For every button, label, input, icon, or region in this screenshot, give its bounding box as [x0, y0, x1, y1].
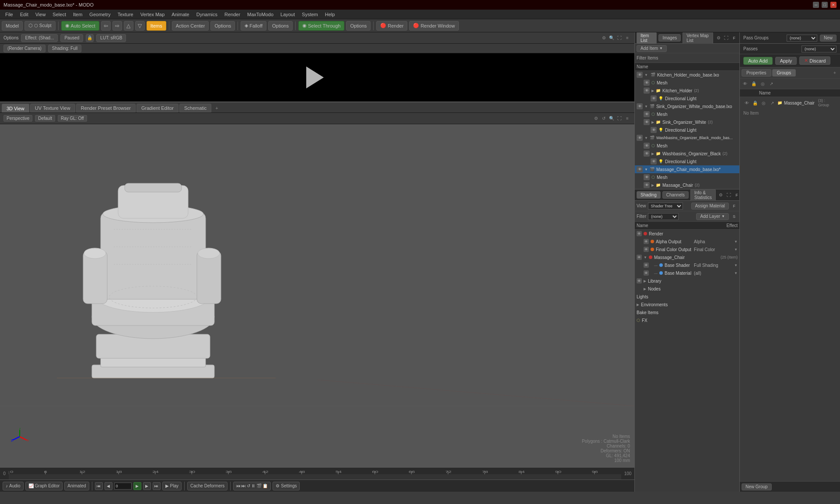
visibility-icon[interactable]: 👁 [644, 247, 649, 252]
visibility-icon[interactable]: 👁 [644, 239, 649, 244]
tab-images[interactable]: Images [658, 34, 681, 42]
new-group-create-btn[interactable]: New Group [742, 483, 772, 490]
item-massage-group[interactable]: 👁 ▶ 📁 Massage_Chair (2) [642, 181, 739, 189]
shader-row-environments[interactable]: ▶ Environments [635, 301, 739, 308]
shader-row-library[interactable]: 👁 ▶ Library [635, 277, 739, 285]
tab-shading[interactable]: Shading [637, 191, 661, 199]
options2-btn[interactable]: Options [268, 21, 293, 31]
play-btn[interactable]: ▶ Play [162, 482, 182, 490]
menu-geometry[interactable]: Geometry [86, 11, 114, 18]
item-massage-mesh[interactable]: 👁 ⬡ Mesh [642, 173, 739, 181]
item-kitchen-light[interactable]: 👁 💡 Directional Light [649, 94, 739, 102]
frame-input[interactable] [114, 483, 132, 490]
item-list-f-icon[interactable]: F [731, 35, 738, 42]
shader-row-massage-group[interactable]: 👁 ▼ Massage_Chair (25 (Item) [635, 253, 739, 261]
item-wash-mesh[interactable]: 👁 ⬡ Mesh [642, 142, 739, 150]
visibility-icon[interactable]: 👁 [637, 231, 642, 236]
menu-edit[interactable]: Edit [17, 11, 32, 18]
menu-system[interactable]: System [298, 11, 322, 18]
shader-row-render[interactable]: 👁 Render [635, 230, 739, 238]
menu-item[interactable]: Item [70, 11, 86, 18]
tab-uv-texture-view[interactable]: UV Texture View [30, 104, 75, 112]
add-tab-button[interactable]: + [212, 104, 221, 112]
item-wash-group[interactable]: 👁 ▶ 📁 Washbasins_Organizer_Black (2) [642, 150, 739, 158]
lock-icon[interactable]: 🔒 [86, 34, 94, 42]
play-button[interactable] [306, 66, 328, 88]
settings-icon[interactable]: ⚙ [600, 35, 607, 42]
viewport-expand-icon[interactable]: ⛶ [616, 115, 623, 122]
viewport-canvas[interactable]: No Items Polygons : Catmull-Clark Channe… [0, 124, 634, 467]
item-list-settings-icon[interactable]: ⚙ [715, 35, 722, 42]
expand-arrow[interactable]: ▶ [637, 303, 639, 307]
toolbar-icon-3[interactable]: △ [124, 21, 133, 31]
shader-row-final-color[interactable]: 👁 Final Color Output Final Color ▼ [642, 245, 739, 253]
add-layer-btn[interactable]: Add Layer ▼ [696, 213, 729, 220]
lut-btn[interactable]: LUT: sRGB [96, 34, 126, 42]
visibility-icon[interactable]: 👁 [637, 135, 643, 141]
settings-btn[interactable]: ⚙ Settings [273, 482, 300, 490]
expand-arrow[interactable]: ▼ [644, 73, 648, 77]
visibility-icon[interactable]: 👁 [644, 262, 649, 268]
expand-arrow[interactable]: ▼ [644, 136, 648, 140]
discard-btn[interactable]: ✕ Discard [799, 56, 830, 65]
new-group-btn[interactable]: New [820, 35, 836, 42]
item-sink-light[interactable]: 👁 💡 Directional Light [649, 126, 739, 134]
menu-maxtomode[interactable]: MaxToModo [244, 11, 277, 18]
group-solo-icon[interactable]: ◎ [760, 99, 767, 106]
groups-content[interactable]: 👁 🔒 ◎ ↗ 📁 Massage_Chair (3) : Group No I… [740, 97, 840, 481]
pb-icon-2[interactable]: ⏭ [242, 483, 246, 488]
effect-btn[interactable]: Effect: (Shad... [21, 34, 58, 42]
pass-groups-select[interactable]: (none) [787, 35, 817, 42]
viewport-sync-icon[interactable]: ↺ [600, 115, 607, 122]
render-btn[interactable]: 🔴 Render [376, 21, 407, 31]
item-wash-scene[interactable]: 👁 ▼ 🎬 Washbasins_Organizer_Black_modo_ba… [635, 134, 739, 142]
pb-icon-4[interactable]: ⏸ [251, 483, 256, 488]
minimize-button[interactable]: ─ [813, 2, 819, 8]
pb-icon-1[interactable]: ⏮ [236, 483, 241, 488]
visibility-icon[interactable]: 👁 [637, 166, 643, 172]
item-list-content[interactable]: 👁 ▼ 🎬 Kitchen_Holder_modo_base.lxo 👁 ⬡ M… [635, 71, 739, 189]
tab-render-preset-browser[interactable]: Render Preset Browser [76, 104, 136, 112]
tab-item-list[interactable]: Item List [637, 32, 657, 44]
shader-tree-select[interactable]: Shader Tree [648, 203, 683, 210]
visibility-icon[interactable]: 👁 [644, 88, 650, 94]
options3-btn[interactable]: Options [346, 21, 371, 31]
sculpt-btn[interactable]: ⬡ ⬡ Sculpt [24, 21, 56, 31]
viewport-search-icon[interactable]: 🔍 [608, 115, 615, 122]
visibility-icon[interactable]: 👁 [651, 127, 657, 133]
options1-btn[interactable]: Options [210, 21, 235, 31]
item-kitchen-mesh[interactable]: 👁 ⬡ Mesh [642, 79, 739, 87]
expand-arrow[interactable]: ▼ [644, 256, 647, 259]
next-key-btn[interactable]: ⏭ [153, 482, 161, 490]
falloff-btn[interactable]: ◈ Falloff [241, 21, 266, 31]
expand-arrow[interactable]: ▶ [644, 279, 646, 283]
menu-layout[interactable]: Layout [277, 11, 298, 18]
shader-row-lights[interactable]: Lights [635, 293, 739, 301]
item-kitchen-holder-scene[interactable]: 👁 ▼ 🎬 Kitchen_Holder_modo_base.lxo [635, 71, 739, 79]
auto-add-btn[interactable]: Auto Add [743, 57, 773, 65]
tab-vertex-map-list[interactable]: Vertex Map List [682, 32, 713, 44]
groups-lock-icon[interactable]: 🔒 [750, 80, 757, 88]
visibility-icon[interactable]: 👁 [651, 158, 657, 164]
animated-btn[interactable]: Animated [64, 482, 89, 490]
group-lock-icon[interactable]: 🔒 [752, 99, 758, 106]
expand-icon[interactable]: ⛶ [616, 35, 623, 42]
expand-icon[interactable]: ▶ [651, 152, 654, 156]
prev-key-btn[interactable]: ⏮ [95, 482, 103, 490]
tab-info-statistics[interactable]: Info & Statistics [690, 189, 716, 201]
groups-solo-icon[interactable]: ◎ [759, 80, 766, 88]
visibility-icon[interactable]: 👁 [644, 150, 650, 157]
auto-select-btn[interactable]: ◉ Auto Select [61, 21, 99, 31]
render-window-btn[interactable]: 🔴 Render Window [409, 21, 458, 31]
visibility-icon[interactable]: 👁 [637, 255, 642, 260]
maximize-button[interactable]: □ [822, 2, 828, 8]
select-through-btn[interactable]: ◉ Select Through [298, 21, 344, 31]
item-sink-scene[interactable]: 👁 ▼ 🎬 Sink_Organizer_White_modo_base.lxo [635, 102, 739, 110]
shading-expand-icon[interactable]: ⛶ [725, 192, 732, 199]
expand-arrow[interactable]: ▶ [644, 287, 646, 291]
visibility-icon[interactable]: 👁 [637, 103, 643, 109]
graph-editor-btn[interactable]: 📈 Graph Editor [25, 482, 63, 490]
tab-channels[interactable]: Channels [662, 191, 689, 199]
expand-arrow[interactable]: ▼ [644, 105, 648, 108]
menu-animate[interactable]: Animate [168, 11, 192, 18]
